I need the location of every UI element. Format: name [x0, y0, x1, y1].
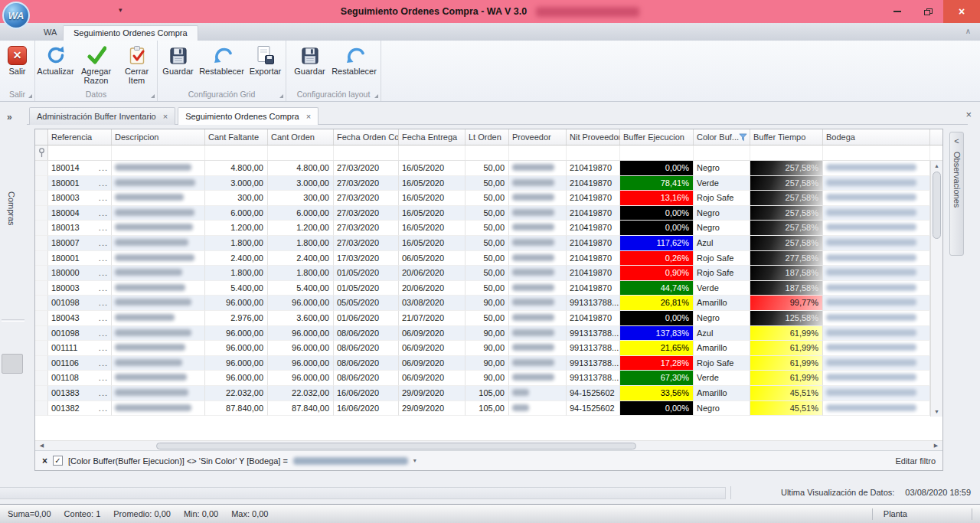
cell-referencia[interactable]: 001098...	[48, 296, 112, 311]
cell-descripcion[interactable]	[112, 251, 205, 266]
cell-bodega[interactable]	[823, 251, 930, 266]
row-indicator[interactable]	[35, 326, 48, 342]
cell-descripcion[interactable]	[112, 356, 205, 371]
cell-fecha-orden[interactable]: 27/03/2020	[334, 221, 399, 236]
scroll-right-icon[interactable]: ▶	[930, 441, 942, 450]
cell-fecha-entrega[interactable]: 03/08/2020	[399, 296, 466, 311]
cell-referencia[interactable]: 180014...	[48, 161, 112, 176]
cell-color-buffer[interactable]: Verde	[694, 281, 750, 296]
ellipsis-button[interactable]: ...	[99, 283, 108, 296]
cell-cant-faltante[interactable]: 96.000,00	[205, 341, 268, 356]
close-button[interactable]: ×	[943, 0, 980, 23]
cell-lt-orden[interactable]: 90,00	[466, 326, 509, 342]
cell-buffer-ejecucion[interactable]: 33,56%	[620, 386, 694, 401]
cell-fecha-entrega[interactable]: 06/05/2020	[399, 251, 466, 266]
cell-cant-orden[interactable]: 1.200,00	[268, 221, 334, 236]
cell-proveedor[interactable]	[509, 206, 567, 221]
cell-fecha-orden[interactable]: 27/03/2020	[334, 161, 399, 176]
cell-cant-faltante[interactable]: 87.840,00	[205, 401, 268, 417]
cell-buffer-ejecucion[interactable]: 0,00%	[620, 221, 694, 236]
ribbon-collapse-icon[interactable]: ∧	[965, 27, 971, 35]
cell-nit-proveedor[interactable]: 210419870	[567, 161, 620, 176]
cell-cant-orden[interactable]: 300,00	[268, 191, 334, 206]
cell-fecha-entrega[interactable]: 06/09/2020	[399, 371, 466, 386]
cell-cant-faltante[interactable]: 4.800,00	[205, 161, 268, 176]
cell-lt-orden[interactable]: 50,00	[466, 266, 509, 281]
row-indicator[interactable]	[35, 191, 48, 206]
filter-funnel-icon[interactable]	[739, 133, 747, 143]
cell-cant-faltante[interactable]: 2.976,00	[205, 311, 268, 326]
scroll-up-icon[interactable]: ▲	[931, 161, 942, 171]
cell-fecha-entrega[interactable]: 20/06/2020	[399, 266, 466, 281]
table-row[interactable]: 001098...96.000,0096.000,0005/05/202003/…	[35, 296, 942, 311]
cell-nit-proveedor[interactable]: 991313788...	[567, 326, 620, 342]
ellipsis-button[interactable]: ...	[99, 329, 108, 341]
cell-descripcion[interactable]	[112, 266, 205, 281]
cell-lt-orden[interactable]: 50,00	[466, 281, 509, 296]
table-row[interactable]: 180007...1.800,001.800,0027/03/202016/05…	[35, 236, 942, 251]
cell-cant-orden[interactable]: 1.800,00	[268, 236, 334, 251]
column-header-buffer-tiempo[interactable]: Buffer Tiempo	[750, 129, 823, 145]
cell-cant-orden[interactable]: 1.800,00	[268, 266, 334, 281]
cell-fecha-entrega[interactable]: 16/05/2020	[399, 176, 466, 191]
cell-color-buffer[interactable]: Negro	[694, 161, 750, 176]
restore-button[interactable]	[913, 0, 943, 23]
cell-fecha-orden[interactable]: 08/06/2020	[334, 326, 399, 342]
table-row[interactable]: 180003...300,00300,0027/03/202016/05/202…	[35, 191, 942, 206]
cell-fecha-orden[interactable]: 27/03/2020	[334, 176, 399, 191]
cell-nit-proveedor[interactable]: 210419870	[567, 311, 620, 326]
cell-fecha-orden[interactable]: 01/05/2020	[334, 281, 399, 296]
row-indicator[interactable]	[35, 236, 48, 251]
cell-buffer-tiempo[interactable]: 257,58%	[750, 221, 823, 236]
filter-clear-icon[interactable]: ×	[42, 456, 47, 466]
cell-color-buffer[interactable]: Amarillo	[694, 341, 750, 356]
horizontal-scrollbar-thumb[interactable]	[156, 443, 636, 449]
cell-descripcion[interactable]	[112, 161, 205, 176]
cell-descripcion[interactable]	[112, 386, 205, 401]
cell-fecha-orden[interactable]: 01/05/2020	[334, 266, 399, 281]
guardar-grid-button[interactable]: Guardar	[158, 43, 198, 90]
ellipsis-button[interactable]: ...	[99, 404, 108, 416]
cell-buffer-ejecucion[interactable]: 0,90%	[620, 266, 694, 281]
cell-buffer-ejecucion[interactable]: 21,65%	[620, 341, 694, 356]
cell-lt-orden[interactable]: 90,00	[466, 296, 509, 311]
cell-proveedor[interactable]	[509, 161, 567, 176]
cell-bodega[interactable]	[823, 206, 930, 221]
column-header-cant-orden[interactable]: Cant Orden	[268, 129, 334, 145]
ellipsis-button[interactable]: ...	[99, 253, 108, 266]
cell-referencia[interactable]: 001383...	[48, 386, 112, 401]
nav-expand-icon[interactable]: »	[7, 112, 12, 123]
cell-proveedor[interactable]	[509, 386, 567, 401]
cell-color-buffer[interactable]: Azul	[694, 236, 750, 251]
cell-nit-proveedor[interactable]: 210419870	[567, 191, 620, 206]
ellipsis-button[interactable]: ...	[99, 193, 108, 205]
ellipsis-button[interactable]: ...	[99, 268, 108, 280]
dialog-launcher-icon[interactable]	[374, 94, 378, 98]
cell-proveedor[interactable]	[509, 266, 567, 281]
cell-buffer-ejecucion[interactable]: 0,00%	[620, 206, 694, 221]
filter-expression[interactable]: [Color Buffer(Buffer Ejecucion)] <> 'Sin…	[68, 456, 288, 466]
cell-buffer-ejecucion[interactable]: 117,62%	[620, 236, 694, 251]
row-indicator[interactable]	[35, 221, 48, 236]
cell-buffer-tiempo[interactable]: 257,58%	[750, 191, 823, 206]
cell-lt-orden[interactable]: 50,00	[466, 206, 509, 221]
filter-cell-proveedor[interactable]	[509, 145, 567, 160]
cell-cant-faltante[interactable]: 96.000,00	[205, 326, 268, 342]
cell-descripcion[interactable]	[112, 206, 205, 221]
ellipsis-button[interactable]: ...	[99, 388, 108, 400]
filter-cell-bodega[interactable]	[823, 145, 930, 160]
cell-cant-faltante[interactable]: 96.000,00	[205, 296, 268, 311]
dialog-launcher-icon[interactable]	[279, 94, 283, 98]
cell-cant-faltante[interactable]: 5.400,00	[205, 281, 268, 296]
filter-cell-lt-orden[interactable]	[466, 145, 509, 160]
cell-referencia[interactable]: 180003...	[48, 281, 112, 296]
cell-cant-orden[interactable]: 22.032,00	[268, 386, 334, 401]
cell-fecha-entrega[interactable]: 29/09/2020	[399, 401, 466, 417]
row-indicator[interactable]	[35, 401, 48, 417]
cell-color-buffer[interactable]: Negro	[694, 221, 750, 236]
vertical-scrollbar[interactable]: ▲ ▼	[930, 161, 942, 417]
column-header-cant-faltante[interactable]: Cant Faltante	[205, 129, 268, 145]
ellipsis-button[interactable]: ...	[99, 313, 108, 325]
cell-fecha-orden[interactable]: 27/03/2020	[334, 191, 399, 206]
cell-color-buffer[interactable]: Azul	[694, 326, 750, 342]
